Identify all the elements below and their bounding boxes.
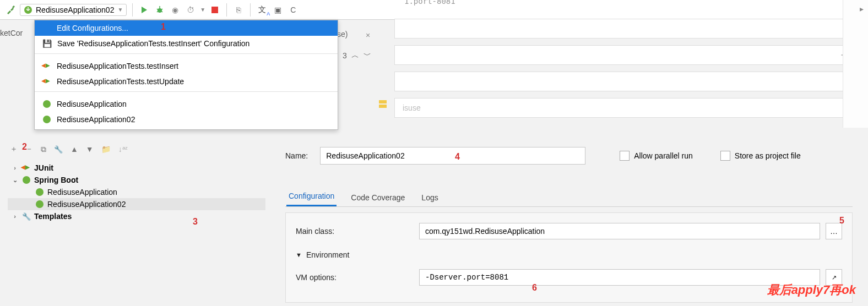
- checkbox[interactable]: [620, 151, 630, 161]
- spring-boot-icon: [35, 188, 44, 196]
- wrench-icon[interactable]: [54, 145, 63, 154]
- gutter-marks: [379, 100, 387, 108]
- nav-up-icon[interactable]: ︿: [351, 51, 359, 61]
- tree-item-app2[interactable]: RedisuseApplication02: [8, 198, 265, 210]
- spring-boot-icon: [24, 6, 32, 14]
- svg-point-4: [43, 116, 51, 123]
- spring-boot-icon: [42, 115, 51, 124]
- close-icon[interactable]: ×: [366, 31, 370, 40]
- tree-label: Templates: [34, 212, 72, 221]
- tree-node-spring-boot[interactable]: ⌄ Spring Boot: [8, 174, 265, 186]
- svg-point-7: [36, 200, 44, 208]
- attach-icon[interactable]: ⎘: [232, 4, 245, 16]
- search-icon[interactable]: C: [287, 4, 299, 16]
- svg-point-5: [23, 176, 30, 184]
- coverage-run-icon[interactable]: ◉: [169, 4, 181, 16]
- run-config-selector[interactable]: RedisuseApplication02 ▼: [20, 4, 127, 16]
- copy-icon[interactable]: ⧉: [41, 145, 46, 154]
- add-icon[interactable]: ＋: [10, 144, 18, 154]
- environment-section[interactable]: ▼ Environment: [296, 250, 842, 259]
- separator: [226, 3, 227, 17]
- wrench-icon: [22, 212, 31, 221]
- edit-configurations-item[interactable]: Edit Configurations...: [35, 20, 338, 36]
- tree-node-templates[interactable]: › Templates: [8, 210, 265, 222]
- stop-icon[interactable]: [209, 4, 221, 16]
- profile-icon[interactable]: ⏱: [185, 4, 197, 16]
- browse-button[interactable]: …: [826, 223, 842, 239]
- tab-suffix: se): [337, 30, 348, 39]
- divider: [35, 91, 338, 92]
- spring-boot-icon: [22, 176, 31, 184]
- panel-row: ＋ ⛶: [394, 19, 868, 39]
- test-config-item[interactable]: RedisuseApplicationTests.testUpdate: [35, 74, 338, 89]
- chevron-right-icon[interactable]: ›: [11, 213, 19, 220]
- translate-icon[interactable]: 文A: [256, 4, 268, 16]
- run-configurations-dialog: ＋ － ⧉ ▲ ▼ ↓ᵃᶻ › JUnit ⌄ Spring Boot Redi…: [8, 140, 864, 306]
- app-config-item[interactable]: RedisuseApplication02: [35, 112, 338, 127]
- run-config-dropdown: Edit Configurations... Save 'RedisuseApp…: [34, 20, 338, 130]
- tree-node-junit[interactable]: › JUnit: [8, 162, 265, 174]
- junit-icon: [42, 78, 51, 85]
- chevron-down-icon[interactable]: ▼: [200, 7, 205, 13]
- menu-label: Edit Configurations...: [57, 24, 128, 32]
- panel-row: isuse▾: [394, 98, 868, 118]
- main-class-label: Main class:: [296, 227, 414, 236]
- env-label: Environment: [306, 250, 350, 259]
- menu-label: RedisuseApplicationTests.testUpdate: [57, 77, 184, 86]
- name-input[interactable]: [320, 147, 585, 165]
- svg-point-3: [43, 100, 51, 108]
- separator: [132, 3, 133, 17]
- menu-label: Save 'RedisuseApplicationTests.testInser…: [57, 39, 249, 48]
- config-tabs: Configuration Code Coverage Logs: [285, 188, 853, 207]
- checkbox-label: Store as project file: [735, 151, 801, 160]
- svg-point-6: [36, 188, 44, 196]
- chevron-down-icon: ▼: [296, 252, 302, 258]
- run-icon[interactable]: [138, 4, 150, 16]
- chevron-down-icon[interactable]: ⌄: [11, 177, 19, 184]
- vm-options-input[interactable]: [419, 269, 820, 286]
- tab-code-coverage[interactable]: Code Coverage: [349, 193, 407, 206]
- menu-label: RedisuseApplication02: [57, 115, 135, 124]
- junit-icon: [22, 164, 31, 172]
- tree-label: RedisuseApplication: [47, 188, 117, 196]
- folder-icon[interactable]: [101, 145, 111, 154]
- panel-row: ▤: [394, 72, 868, 91]
- nav-down-icon[interactable]: ﹀: [364, 51, 371, 61]
- checkbox[interactable]: [720, 151, 730, 161]
- name-label: Name:: [285, 151, 308, 160]
- vm-options-label: VM options:: [296, 273, 414, 282]
- tree-item-app1[interactable]: RedisuseApplication: [8, 186, 265, 198]
- save-configuration-item[interactable]: Save 'RedisuseApplicationTests.testInser…: [35, 36, 338, 51]
- config-tree: › JUnit ⌄ Spring Boot RedisuseApplicatio…: [8, 159, 265, 226]
- nav-count: 3 ︿ ﹀: [343, 51, 371, 61]
- spring-boot-icon: [35, 200, 44, 209]
- presentation-icon[interactable]: ▣: [272, 4, 284, 16]
- tab-logs[interactable]: Logs: [419, 193, 440, 206]
- svg-point-1: [158, 8, 162, 13]
- vm-options-row: VM options: ↗: [296, 269, 842, 286]
- debug-icon[interactable]: [154, 4, 166, 16]
- store-project-row[interactable]: Store as project file: [720, 151, 801, 161]
- up-icon[interactable]: ▲: [70, 145, 78, 154]
- tree-toolbar: ＋ － ⧉ ▲ ▼ ↓ᵃᶻ: [8, 140, 265, 159]
- hit-count: 3: [343, 51, 347, 60]
- allow-parallel-row[interactable]: Allow parallel run: [620, 151, 693, 161]
- tab-configuration[interactable]: Configuration: [286, 192, 337, 206]
- down-icon[interactable]: ▼: [86, 145, 94, 154]
- main-class-input[interactable]: [419, 223, 820, 239]
- sort-icon[interactable]: ↓ᵃᶻ: [118, 145, 128, 154]
- test-config-item[interactable]: RedisuseApplicationTests.testInsert: [35, 58, 338, 74]
- app-config-item[interactable]: RedisuseApplication: [35, 96, 338, 112]
- save-icon: [42, 39, 52, 48]
- tree-label: JUnit: [34, 163, 53, 172]
- chevron-right-icon[interactable]: ›: [11, 165, 19, 171]
- play-small-icon[interactable]: ▸: [860, 4, 864, 13]
- panel-row: ＋: [394, 45, 868, 65]
- right-panels: 1.port-8081 ＋ ⛶ ＋ ▤ isuse▾: [394, 0, 868, 124]
- main-class-row: Main class: …: [296, 223, 842, 239]
- annotation-final: 最后apply7再ok: [767, 282, 856, 298]
- tree-label: Spring Boot: [34, 176, 78, 184]
- spring-boot-icon: [42, 100, 51, 108]
- hammer-icon[interactable]: [4, 4, 17, 16]
- remove-icon[interactable]: －: [25, 144, 33, 154]
